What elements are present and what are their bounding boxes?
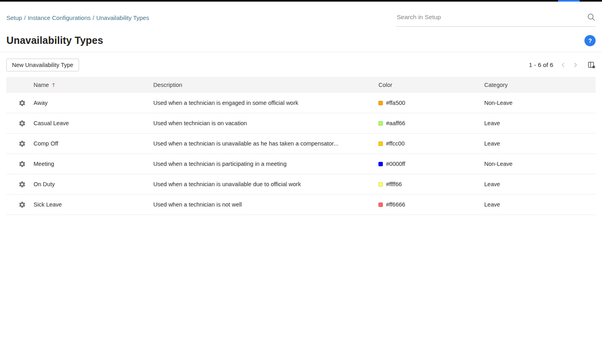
color-swatch: [378, 162, 383, 166]
chevron-left-icon: [560, 61, 567, 69]
row-name: Meeting: [34, 161, 153, 167]
column-customize-icon: [588, 61, 596, 69]
search-button[interactable]: [584, 13, 596, 22]
sort-ascending-icon: ↑: [51, 82, 56, 88]
row-category: Non-Leave: [484, 161, 596, 167]
gear-icon: [18, 160, 26, 168]
row-description: Used when a technician is unavailable du…: [153, 181, 378, 187]
color-hex: #0000ff: [386, 161, 405, 167]
column-customize-button[interactable]: [588, 61, 596, 69]
header-cell-color[interactable]: Color: [378, 82, 484, 88]
color-swatch: [378, 101, 383, 105]
table-row[interactable]: Meeting Used when a technician is partic…: [6, 154, 596, 174]
row-category: Leave: [484, 140, 596, 147]
row-category: Leave: [484, 181, 596, 187]
page-title: Unavailability Types: [6, 35, 103, 46]
top-bar: [0, 0, 602, 2]
row-actions-button[interactable]: [6, 120, 34, 127]
color-hex: #ffcc00: [386, 140, 405, 147]
breadcrumb-item-instance-configurations[interactable]: Instance Configurations: [28, 14, 91, 21]
row-name: On Duty: [34, 181, 153, 187]
breadcrumb-separator: /: [24, 14, 26, 21]
row-description: Used when a technician is not well: [153, 201, 378, 208]
top-bar-accent: [558, 0, 580, 2]
color-swatch: [378, 182, 383, 187]
header-cell-category[interactable]: Category: [484, 82, 596, 88]
table-body: Away Used when a technician is engaged i…: [6, 93, 596, 215]
unavailability-types-table: Name↑ Description Color Category Away Us…: [6, 77, 596, 215]
chevron-right-icon: [572, 61, 579, 69]
row-name: Comp Off: [34, 140, 153, 147]
row-name: Casual Leave: [34, 120, 153, 126]
breadcrumb-item-setup[interactable]: Setup: [6, 14, 22, 21]
color-swatch: [378, 121, 383, 126]
setup-search: [396, 13, 596, 27]
gear-icon: [18, 140, 26, 148]
gear-icon: [18, 99, 26, 107]
row-description: Used when a technician is unavailable as…: [153, 140, 378, 147]
breadcrumb: Setup/Instance Configurations/Unavailabi…: [6, 12, 149, 21]
row-category: Non-Leave: [484, 100, 596, 106]
row-description: Used when a technician is engaged in som…: [153, 100, 378, 106]
row-description: Used when a technician is participating …: [153, 161, 378, 167]
table-header: Name↑ Description Color Category: [6, 77, 596, 93]
toolbar: New Unavailability Type 1 - 6 of 6: [0, 52, 602, 71]
row-actions-button[interactable]: [6, 140, 34, 148]
row-category: Leave: [484, 120, 596, 126]
row-actions-button[interactable]: [6, 160, 34, 168]
search-input[interactable]: [396, 13, 584, 21]
header-cell-description[interactable]: Description: [153, 82, 378, 88]
table-row[interactable]: Comp Off Used when a technician is unava…: [6, 134, 596, 154]
gear-icon: [18, 181, 26, 188]
next-page-button[interactable]: [572, 61, 579, 69]
color-hex: #ffa500: [386, 100, 405, 106]
table-row[interactable]: Sick Leave Used when a technician is not…: [6, 195, 596, 215]
pagination-label: 1 - 6 of 6: [529, 61, 553, 69]
new-unavailability-type-button[interactable]: New Unavailability Type: [6, 59, 79, 71]
color-hex: #aaff66: [386, 120, 405, 126]
row-category: Leave: [484, 201, 596, 208]
table-row[interactable]: On Duty Used when a technician is unavai…: [6, 174, 596, 195]
breadcrumb-separator: /: [93, 14, 94, 21]
search-icon: [587, 13, 596, 22]
table-row[interactable]: Casual Leave Used when technician is on …: [6, 113, 596, 134]
color-hex: #ff6666: [386, 201, 405, 208]
row-name: Sick Leave: [34, 201, 153, 208]
pagination: 1 - 6 of 6: [529, 61, 596, 69]
previous-page-button[interactable]: [560, 61, 567, 69]
gear-icon: [18, 201, 26, 209]
row-actions-button[interactable]: [6, 99, 34, 107]
color-hex: #ffff66: [386, 181, 402, 187]
help-button[interactable]: ?: [584, 35, 596, 46]
row-actions-button[interactable]: [6, 181, 34, 188]
row-actions-button[interactable]: [6, 201, 34, 209]
row-description: Used when technician is on vacation: [153, 120, 378, 126]
gear-icon: [18, 120, 26, 127]
page-header: Setup/Instance Configurations/Unavailabi…: [0, 2, 602, 52]
breadcrumb-item-unavailability-types: Unavailability Types: [96, 14, 149, 21]
table-row[interactable]: Away Used when a technician is engaged i…: [6, 93, 596, 113]
color-swatch: [378, 203, 383, 207]
header-cell-name[interactable]: Name↑: [34, 82, 153, 88]
row-name: Away: [34, 100, 153, 106]
color-swatch: [378, 142, 383, 146]
